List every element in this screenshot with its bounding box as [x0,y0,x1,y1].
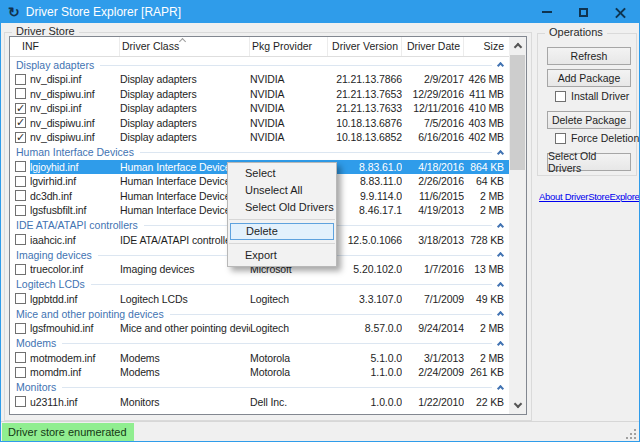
cell-driver-version: 5.1.0.0 [328,351,402,366]
group-divider-line [170,314,492,315]
scroll-up-button[interactable] [509,37,526,54]
minimize-button[interactable] [528,1,565,23]
cell-size: 2 MB [464,189,510,204]
row-checkbox[interactable] [10,351,30,366]
cell-driver-date: 2/24/2009 [402,365,464,380]
row-checkbox[interactable] [10,203,30,218]
cell-driver-class: Display adapters [120,130,250,145]
driver-row[interactable]: nv_dispi.inf Display adapters NVIDIA 21.… [10,101,510,116]
cell-inf: lgsfusbfilt.inf [30,203,120,218]
cell-inf: lgjoyhid.inf [30,160,120,175]
add-package-button[interactable]: Add Package [547,69,631,87]
row-checkbox[interactable] [10,72,30,87]
maximize-button[interactable] [565,1,602,23]
driver-row[interactable]: nv_dispiwu.inf Display adapters NVIDIA 1… [10,116,510,131]
row-checkbox[interactable] [10,262,30,277]
cell-driver-version: 8.57.0.0 [328,321,402,336]
group-collapse-icon[interactable] [497,340,504,347]
group-header: Display adapters [10,57,510,72]
group-header: Logitech LCDs [10,277,510,292]
checkbox-icon [15,367,26,378]
row-checkbox[interactable] [10,174,30,189]
column-header-driver-version[interactable]: Driver Version [328,37,402,56]
cell-inf: lgvirhid.inf [30,174,120,189]
row-checkbox[interactable] [10,292,30,307]
driver-row[interactable]: nv_dispi.inf Display adapters NVIDIA 21.… [10,72,510,87]
force-deletion-checkbox[interactable]: Force Deletion [555,132,639,144]
row-checkbox[interactable] [10,321,30,336]
cell-size: 402 MB [464,130,510,145]
column-header-size[interactable]: Size [464,37,510,56]
install-driver-checkbox[interactable]: Install Driver [555,90,629,102]
driver-row[interactable]: u2311h.inf Monitors Dell Inc. 1.0.0.0 1/… [10,395,510,410]
driver-row[interactable]: nv_dispiwu.inf Display adapters NVIDIA 2… [10,87,510,102]
group-header: Monitors [10,380,510,395]
menu-item-select-old-drivers[interactable]: Select Old Drivers [228,199,336,216]
install-driver-checkbox-box[interactable] [555,91,566,102]
cell-size: 64 KB [464,174,510,189]
cell-size: 410 MB [464,101,510,116]
cell-driver-date: 3/18/2013 [402,233,464,248]
group-collapse-icon[interactable] [497,252,504,259]
vertical-scrollbar[interactable] [509,37,526,414]
group-header: Human Interface Devices [10,145,510,160]
menu-item-select[interactable]: Select [228,165,336,182]
row-checkbox[interactable] [10,365,30,380]
row-checkbox[interactable] [10,160,30,175]
group-name: IDE ATA/ATAPI controllers [16,219,138,231]
cell-driver-class: Display adapters [120,87,250,102]
group-collapse-icon[interactable] [497,222,504,229]
select-old-drivers-button[interactable]: Select Old Drivers [547,153,631,171]
driver-row[interactable]: momdm.inf Modems Motorola 1.1.0.0 2/24/2… [10,365,510,380]
row-checkbox[interactable] [10,101,30,116]
driver-row[interactable]: lgpbtdd.inf Logitech LCDs Logitech 3.3.1… [10,292,510,307]
cell-size: 728 KB [464,233,510,248]
column-header-driver-date[interactable]: Driver Date [402,37,464,56]
group-collapse-icon[interactable] [497,62,504,69]
row-checkbox[interactable] [10,87,30,102]
refresh-button[interactable]: Refresh [547,47,631,65]
column-header-inf[interactable]: INF [10,37,120,56]
delete-package-button[interactable]: Delete Package [547,111,631,129]
force-deletion-checkbox-box[interactable] [555,133,566,144]
checkbox-icon [15,293,26,304]
cell-pkg-provider: Dell Inc. [250,395,328,410]
group-collapse-icon[interactable] [497,384,504,391]
maximize-icon [579,8,588,17]
cell-driver-date: 7/1/2009 [402,292,464,307]
menu-item-export[interactable]: Export [228,247,336,264]
close-button[interactable] [602,1,639,23]
group-collapse-icon[interactable] [497,311,504,318]
install-driver-label: Install Driver [571,90,629,102]
cell-size: 426 MB [464,72,510,87]
cell-size: 2 MB [464,203,510,218]
driver-row[interactable]: nv_dispiwu.inf Display adapters NVIDIA 1… [10,130,510,145]
menu-item-delete[interactable]: Delete [230,223,334,240]
row-checkbox[interactable] [10,116,30,131]
column-header-pkg-provider[interactable]: Pkg Provider [250,37,328,56]
scroll-down-button[interactable] [509,397,526,414]
checkbox-icon [15,74,26,85]
row-checkbox[interactable] [10,395,30,410]
row-checkbox[interactable] [10,130,30,145]
resize-grip[interactable] [625,428,637,440]
window-title: Driver Store Explorer [RAPR] [26,5,181,19]
cell-size: 411 MB [464,87,510,102]
group-name: Monitors [16,381,56,393]
driver-row[interactable]: lgsfmouhid.inf Mice and other pointing d… [10,321,510,336]
row-checkbox[interactable] [10,189,30,204]
column-header-driver-class[interactable]: Driver Class [120,37,250,56]
driver-row[interactable]: motmodem.inf Modems Motorola 5.1.0.0 3/1… [10,351,510,366]
cell-pkg-provider: Motorola [250,365,328,380]
menu-item-unselect-all[interactable]: Unselect All [228,182,336,199]
cell-size: 2 MB [464,321,510,336]
row-checkbox[interactable] [10,233,30,248]
cell-driver-version: 1.0.0.0 [328,395,402,410]
group-collapse-icon[interactable] [497,149,504,156]
app-window: ↻ Driver Store Explorer [RAPR] Driver St… [0,0,640,442]
chevron-up-icon [513,43,521,51]
about-link[interactable]: About DriverStoreExplorer [539,191,639,202]
group-collapse-icon[interactable] [497,281,504,288]
scrollbar-thumb[interactable] [510,55,525,170]
group-name: Human Interface Devices [16,146,134,158]
